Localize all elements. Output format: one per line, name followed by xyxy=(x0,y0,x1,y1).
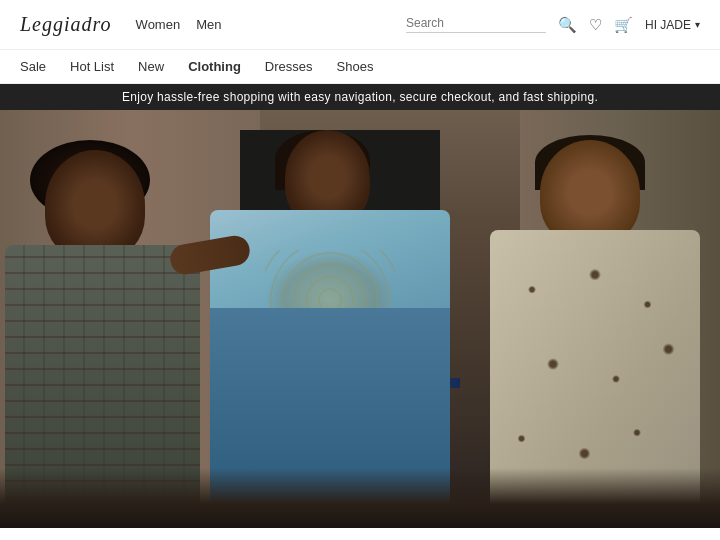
nav-men[interactable]: Men xyxy=(196,17,221,32)
search-bar[interactable] xyxy=(406,16,546,33)
header-left: Leggiadro Women Men xyxy=(20,13,221,36)
hero-image xyxy=(0,110,720,528)
user-chevron-icon: ▾ xyxy=(695,19,700,30)
user-greeting: HI JADE xyxy=(645,18,691,32)
sub-nav: Sale Hot List New Clothing Dresses Shoes xyxy=(0,50,720,84)
promo-banner: Enjoy hassle-free shopping with easy nav… xyxy=(0,84,720,110)
header-right: 🔍 ♡ 🛒 HI JADE ▾ xyxy=(406,16,700,34)
promo-text: Enjoy hassle-free shopping with easy nav… xyxy=(122,90,598,104)
subnav-shoes[interactable]: Shoes xyxy=(337,59,374,74)
cart-icon-button[interactable]: 🛒 xyxy=(614,16,633,34)
wishlist-icon: ♡ xyxy=(589,16,602,33)
subnav-hotlist[interactable]: Hot List xyxy=(70,59,114,74)
header-nav: Women Men xyxy=(136,17,222,32)
search-input[interactable] xyxy=(406,16,526,30)
user-area[interactable]: HI JADE ▾ xyxy=(645,18,700,32)
nav-women[interactable]: Women xyxy=(136,17,181,32)
person-left-head xyxy=(45,150,145,260)
subnav-clothing[interactable]: Clothing xyxy=(188,59,241,74)
floor xyxy=(0,468,720,528)
search-icon: 🔍 xyxy=(558,16,577,33)
header: Leggiadro Women Men 🔍 ♡ 🛒 HI JADE ▾ xyxy=(0,0,720,50)
cart-icon: 🛒 xyxy=(614,16,633,33)
subnav-dresses[interactable]: Dresses xyxy=(265,59,313,74)
logo[interactable]: Leggiadro xyxy=(20,13,112,36)
search-icon-button[interactable]: 🔍 xyxy=(558,16,577,34)
subnav-sale[interactable]: Sale xyxy=(20,59,46,74)
subnav-new[interactable]: New xyxy=(138,59,164,74)
wishlist-icon-button[interactable]: ♡ xyxy=(589,16,602,34)
